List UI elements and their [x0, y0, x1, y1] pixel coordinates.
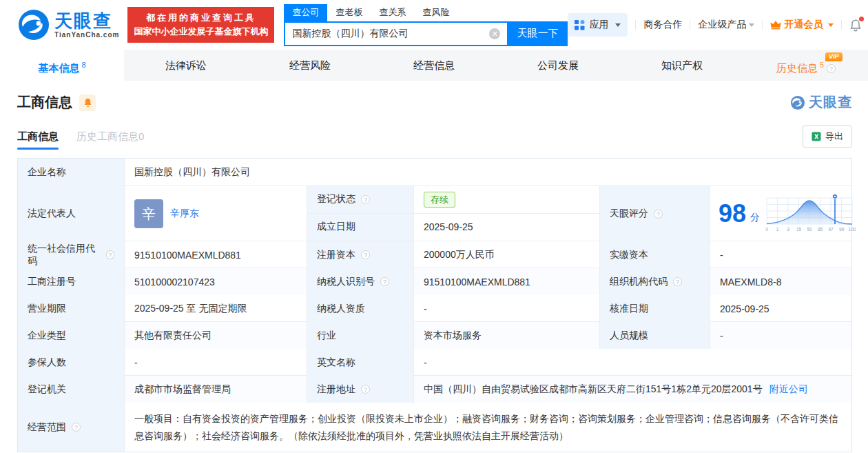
svg-text:15: 15 [796, 227, 802, 232]
field-label: 核准日期 [610, 303, 648, 315]
enterprise-label: 企业级产品 [698, 19, 746, 31]
table-row: 企业类型 其他有限责任公司 行业 资本市场服务 人员规模 - [18, 322, 851, 349]
promo-banner: 都在用的商业查询工具 国家中小企业发展子基金旗下机构 [127, 7, 274, 43]
tab-intellectual-property[interactable]: 知识产权 [620, 50, 744, 81]
divider [841, 20, 842, 30]
address-value: 中国（四川）自由贸易试验区成都市高新区天府二街151号1栋2单元20层2001号 [424, 383, 763, 396]
logo-title: 天眼查 [54, 12, 119, 30]
score-unit: 分 [750, 212, 760, 224]
svg-text:100: 100 [849, 227, 856, 232]
search-input[interactable] [284, 21, 507, 46]
chevron-down-icon [828, 23, 834, 27]
help-icon[interactable]: ? [106, 250, 114, 259]
svg-text:85: 85 [818, 227, 823, 232]
tab-operating-risk[interactable]: 经营风险 [248, 50, 372, 81]
chevron-down-icon [615, 23, 621, 27]
apps-label: 应用 [589, 19, 608, 31]
banner-line1: 都在用的商业查询工具 [134, 11, 268, 25]
field-value: 2025-09-25 [424, 221, 473, 232]
menu-enterprise-products[interactable]: 企业级产品 [698, 19, 754, 31]
subscribe-bell-button[interactable] [79, 94, 96, 111]
score-axis-labels: 0 1 3 15 50 85 97 99 100 [765, 227, 856, 232]
legal-rep-name-link[interactable]: 辛厚东 [170, 208, 199, 220]
search-tab-company[interactable]: 查公司 [284, 4, 327, 21]
tab-business-info[interactable]: 经营信息 [372, 50, 496, 81]
open-vip-button[interactable]: 开通会员 [770, 19, 834, 31]
business-scope-value: 一般项目：自有资金投资的资产管理服务；创业投资（限投资未上市企业）；融资咨询服务… [134, 410, 842, 444]
tab-legal-proceedings[interactable]: 法律诉讼 [124, 50, 248, 81]
company-name-value: 国新控股（四川）有限公司 [134, 166, 250, 179]
field-value: 91510100MAEXMLD881 [424, 276, 530, 288]
divider [635, 20, 636, 30]
table-row: 工商注册号 510100002107423 纳税人识别号? 91510100MA… [18, 268, 851, 295]
menu-cooperation[interactable]: 商务合作 [643, 19, 682, 31]
banner-line2: 国家中小企业发展子基金旗下机构 [134, 25, 268, 39]
score-value: 98 [719, 201, 746, 226]
tab-count: 8 [81, 61, 85, 69]
field-label: 法定代表人 [28, 208, 76, 220]
table-row: 统一社会信用代码? 91510100MAEXMLD881 注册资本? 20000… [18, 241, 851, 268]
field-label: 经营范围 [28, 421, 66, 434]
apps-menu[interactable]: 应用 [568, 13, 628, 37]
subtab-history-registration[interactable]: 历史工商信息0 [76, 130, 144, 143]
divider [690, 20, 690, 30]
notification-bell-button[interactable] [849, 19, 862, 32]
field-value: 91510100MAEXMLD881 [134, 250, 241, 261]
tab-basic-info[interactable]: 基本信息8 [0, 50, 124, 81]
tab-label: 经营信息 [413, 59, 455, 71]
chevron-down-icon [749, 23, 754, 27]
search-tab-boss[interactable]: 查老板 [327, 4, 371, 21]
svg-text:97: 97 [828, 227, 834, 232]
score-distribution-chart: 0 1 3 15 50 85 97 99 100 [764, 192, 858, 235]
vip-label: 开通会员 [784, 19, 823, 31]
field-value: 510100002107423 [134, 276, 215, 288]
help-icon[interactable]: ? [361, 250, 370, 259]
tab-label: 知识产权 [661, 59, 703, 71]
field-label: 登记机关 [28, 383, 66, 396]
nearby-companies-link[interactable]: 附近公司 [769, 383, 808, 396]
help-icon[interactable]: ? [361, 195, 370, 204]
field-label: 统一社会信用代码 [28, 243, 101, 268]
main-content: 工商信息 天眼查 工商信息 历史工商信息0 导出 [0, 81, 868, 453]
tab-company-development[interactable]: 公司发展 [496, 50, 620, 81]
table-row: 企业名称 国新控股（四川）有限公司 [18, 159, 851, 186]
help-icon[interactable]: ? [361, 385, 370, 394]
help-icon[interactable]: ? [827, 64, 836, 73]
field-value: - [424, 357, 427, 368]
header-menu: 应用 商务合作 企业级产品 开通会员 超级风... [568, 13, 868, 37]
tab-history-info[interactable]: VIP 历史信息5? [744, 50, 868, 81]
svg-text:0: 0 [765, 227, 768, 232]
tianyancha-logo[interactable]: 天眼查 TianYanCha.com [17, 8, 119, 41]
field-label: 企业类型 [28, 330, 66, 342]
section-title: 工商信息 [17, 93, 72, 112]
table-row: 经营范围? 一般项目：自有资金投资的资产管理服务；创业投资（限投资未上市企业）；… [18, 403, 851, 452]
search-tab-risk[interactable]: 查风险 [414, 4, 457, 21]
subtab-business-registration[interactable]: 工商信息 [17, 130, 59, 143]
tianyan-score[interactable]: 98 分 [710, 186, 862, 241]
clear-search-icon[interactable]: ✕ [489, 28, 500, 39]
help-icon[interactable]: ? [654, 210, 663, 219]
watermark-logo-icon [790, 95, 805, 110]
search-area: 查公司 查老板 查关系 查风险 ✕ 天眼一下 [284, 4, 568, 46]
company-nav-tabs: 基本信息8 法律诉讼 经营风险 经营信息 公司发展 知识产权 VIP 历史信息5… [0, 50, 868, 81]
tab-label: 经营风险 [289, 59, 331, 71]
watermark: 天眼查 [790, 93, 852, 112]
field-value: - [424, 303, 427, 314]
table-row: 营业期限 2025-09-25 至 无固定期限 纳税人资质 - 核准日期 202… [18, 295, 851, 322]
search-tabs: 查公司 查老板 查关系 查风险 [284, 4, 568, 21]
help-icon[interactable]: ? [380, 277, 389, 286]
search-button[interactable]: 天眼一下 [507, 21, 568, 46]
field-label: 注册地址 [317, 383, 355, 396]
legal-rep-avatar[interactable]: 辛 [134, 199, 163, 228]
help-icon[interactable]: ? [72, 423, 81, 432]
field-label: 纳税人识别号 [317, 276, 375, 288]
top-bar: 天眼查 TianYanCha.com 都在用的商业查询工具 国家中小企业发展子基… [0, 0, 868, 50]
field-label: 行业 [317, 330, 336, 342]
field-label: 注册资本 [317, 249, 355, 261]
tab-label: 历史信息 [776, 62, 818, 74]
help-icon[interactable]: ? [673, 277, 682, 286]
export-button[interactable]: 导出 [803, 125, 852, 148]
search-tab-relation[interactable]: 查关系 [371, 4, 414, 21]
field-label: 工商注册号 [28, 276, 76, 288]
tab-label: 公司发展 [537, 59, 579, 71]
